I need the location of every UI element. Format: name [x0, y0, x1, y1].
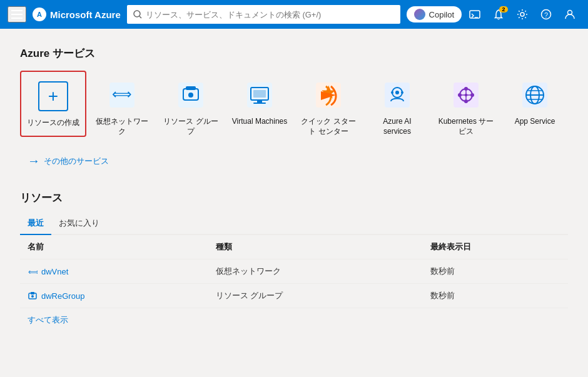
- svg-rect-2: [11, 18, 23, 19]
- resources-title: リソース: [20, 191, 568, 205]
- resource-dwregroup-type: リソース グループ: [208, 284, 423, 308]
- svg-point-5: [134, 11, 140, 17]
- table-row: dwReGroup リソース グループ 数秒前: [20, 284, 568, 308]
- svg-rect-49: [31, 292, 34, 294]
- ai-service-label: Azure AI services: [369, 117, 425, 136]
- resource-dwregroup-name: dwReGroup: [41, 291, 84, 301]
- svg-point-27: [395, 91, 399, 94]
- cloud-shell-button[interactable]: [464, 5, 485, 24]
- resources-section: リソース 最近 お気に入り 名前 種類 最終表示日: [20, 191, 568, 326]
- azure-services-title: Azure サービス: [20, 46, 568, 61]
- service-appservice[interactable]: App Service: [502, 71, 568, 134]
- service-vnet[interactable]: ⟺ 仮想ネットワーク: [89, 71, 155, 144]
- svg-rect-22: [257, 100, 262, 103]
- resource-dwvnet-link[interactable]: ⟺ dwVnet: [28, 266, 201, 276]
- svg-point-18: [188, 93, 193, 98]
- svg-rect-21: [253, 90, 266, 98]
- search-input[interactable]: [146, 10, 394, 19]
- resource-group-service-label: リソース グループ: [163, 117, 219, 136]
- help-button[interactable]: ?: [535, 5, 557, 24]
- quickstart-service-icon: [312, 78, 345, 112]
- copilot-icon: [414, 9, 425, 20]
- vnet-row-icon: ⟺: [28, 266, 38, 276]
- vm-service-label: Virtual Machines: [232, 117, 288, 127]
- show-all-link[interactable]: すべて表示: [28, 314, 68, 326]
- resource-dwregroup-last-viewed: 数秒前: [423, 284, 568, 308]
- svg-rect-7: [470, 11, 480, 18]
- more-services-link[interactable]: → その他のサービス: [28, 154, 568, 168]
- resource-name-cell: ⟺ dwVnet: [20, 259, 208, 284]
- create-resource-label: リソースの作成: [27, 118, 79, 128]
- search-box[interactable]: [127, 5, 400, 24]
- search-icon: [133, 10, 142, 19]
- svg-point-29: [401, 91, 403, 94]
- tab-recent[interactable]: 最近: [20, 213, 51, 235]
- more-services-label[interactable]: その他のサービス: [44, 156, 109, 167]
- plus-icon: +: [38, 81, 68, 111]
- logo-text: Microsoft Azure: [50, 9, 121, 20]
- resource-dwvnet-name: dwVnet: [41, 267, 68, 276]
- k8s-service-label: Kubernetes サービス: [438, 117, 494, 136]
- hamburger-menu-button[interactable]: [8, 6, 26, 23]
- resource-name-cell: dwReGroup: [20, 284, 208, 308]
- col-type: 種類: [208, 235, 423, 259]
- svg-rect-0: [11, 10, 23, 11]
- table-row: ⟺ dwVnet 仮想ネットワーク 数秒前: [20, 259, 568, 284]
- service-ai[interactable]: Azure AI services: [364, 71, 430, 144]
- vnet-service-label: 仮想ネットワーク: [94, 117, 150, 136]
- service-resource-group[interactable]: リソース グループ: [158, 71, 224, 144]
- svg-text:⟺: ⟺: [28, 268, 38, 276]
- resources-table: 名前 種類 最終表示日 ⟺ dwVne: [20, 235, 568, 308]
- ai-service-icon: [380, 78, 414, 112]
- header-actions: Copilot 2 ?: [407, 5, 580, 24]
- svg-point-9: [520, 13, 524, 16]
- appservice-service-icon: [518, 78, 552, 112]
- header: A Microsoft Azure Copilot 2: [0, 0, 588, 29]
- svg-point-34: [458, 93, 462, 97]
- settings-button[interactable]: [512, 5, 533, 24]
- svg-rect-36: [465, 94, 467, 96]
- svg-text:⟺: ⟺: [112, 86, 132, 102]
- account-button[interactable]: [559, 5, 580, 24]
- k8s-service-icon: [449, 78, 483, 112]
- appservice-service-label: App Service: [515, 117, 555, 127]
- svg-rect-1: [11, 14, 23, 15]
- svg-rect-25: [385, 83, 410, 108]
- svg-point-50: [31, 295, 34, 298]
- svg-point-28: [391, 91, 393, 94]
- service-vm[interactable]: Virtual Machines: [226, 71, 293, 134]
- notifications-button[interactable]: 2: [488, 5, 509, 24]
- col-last-viewed: 最終表示日: [423, 235, 568, 259]
- col-name: 名前: [20, 235, 208, 259]
- table-header-row: 名前 種類 最終表示日: [20, 235, 568, 259]
- copilot-button[interactable]: Copilot: [407, 6, 462, 23]
- svg-rect-17: [186, 86, 196, 90]
- create-resource-icon-box: +: [36, 79, 70, 113]
- service-kubernetes[interactable]: Kubernetes サービス: [433, 71, 499, 144]
- svg-point-32: [464, 87, 468, 91]
- quickstart-service-label: クイック スタート センター: [300, 117, 357, 136]
- vm-service-icon: [243, 78, 276, 112]
- azure-logo: A Microsoft Azure: [33, 8, 121, 21]
- svg-rect-23: [253, 103, 266, 104]
- resources-tabs: 最近 お気に入り: [20, 213, 568, 235]
- svg-point-35: [470, 93, 474, 97]
- arrow-right-icon: →: [28, 154, 40, 168]
- azure-services-section: Azure サービス + リソースの作成 ⟺ 仮想ネットワーク: [20, 46, 568, 168]
- svg-point-33: [464, 99, 468, 103]
- resource-dwvnet-type: 仮想ネットワーク: [208, 259, 423, 284]
- copilot-label: Copilot: [429, 10, 454, 19]
- main-content: Azure サービス + リソースの作成 ⟺ 仮想ネットワーク: [0, 29, 588, 343]
- services-row: + リソースの作成 ⟺ 仮想ネットワーク: [20, 71, 568, 144]
- svg-text:A: A: [37, 11, 42, 18]
- rgroup-row-icon: [28, 291, 38, 301]
- svg-line-6: [139, 16, 141, 18]
- resource-dwregroup-link[interactable]: dwReGroup: [28, 291, 201, 301]
- resource-dwvnet-last-viewed: 数秒前: [423, 259, 568, 284]
- tab-favorites[interactable]: お気に入り: [51, 213, 107, 235]
- vnet-service-icon: ⟺: [105, 78, 139, 112]
- service-quickstart[interactable]: クイック スタート センター: [295, 71, 362, 144]
- svg-text:?: ?: [544, 11, 548, 19]
- create-resource-button[interactable]: + リソースの作成: [20, 71, 86, 137]
- notification-badge: 2: [499, 6, 508, 13]
